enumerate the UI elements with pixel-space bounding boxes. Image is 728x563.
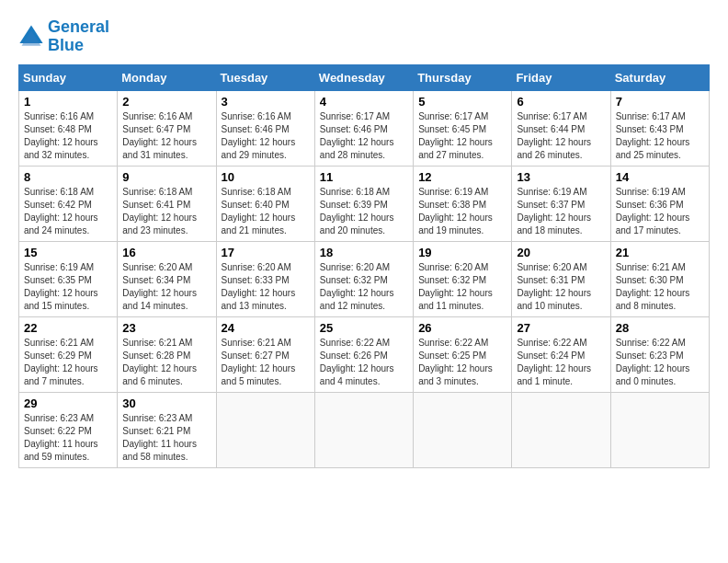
calendar-header-friday: Friday <box>512 64 610 90</box>
day-detail: Sunrise: 6:22 AMSunset: 6:26 PMDaylight:… <box>320 337 408 388</box>
day-number: 21 <box>616 246 704 259</box>
calendar-header-saturday: Saturday <box>610 64 709 90</box>
calendar-cell: 24 Sunrise: 6:21 AMSunset: 6:27 PMDaylig… <box>216 316 314 392</box>
calendar-header-monday: Monday <box>118 64 216 90</box>
day-number: 6 <box>517 95 605 109</box>
calendar-cell: 14 Sunrise: 6:19 AMSunset: 6:36 PMDaylig… <box>610 166 709 241</box>
calendar-cell: 3 Sunrise: 6:16 AMSunset: 6:46 PMDayligh… <box>216 90 314 166</box>
calendar-week-1: 1 Sunrise: 6:16 AMSunset: 6:48 PMDayligh… <box>19 90 710 166</box>
calendar-cell <box>414 392 512 467</box>
calendar-table: SundayMondayTuesdayWednesdayThursdayFrid… <box>18 64 710 468</box>
day-number: 17 <box>222 246 310 259</box>
day-number: 3 <box>222 95 310 109</box>
day-number: 18 <box>320 246 408 259</box>
day-number: 15 <box>24 246 112 259</box>
calendar-cell: 7 Sunrise: 6:17 AMSunset: 6:43 PMDayligh… <box>610 90 709 166</box>
calendar-week-3: 15 Sunrise: 6:19 AMSunset: 6:35 PMDaylig… <box>19 241 710 316</box>
calendar-cell: 15 Sunrise: 6:19 AMSunset: 6:35 PMDaylig… <box>19 241 118 316</box>
day-number: 10 <box>222 170 310 184</box>
calendar-cell: 18 Sunrise: 6:20 AMSunset: 6:32 PMDaylig… <box>314 241 413 316</box>
calendar-cell: 23 Sunrise: 6:21 AMSunset: 6:28 PMDaylig… <box>118 316 216 392</box>
day-number: 8 <box>24 170 112 184</box>
calendar-cell: 26 Sunrise: 6:22 AMSunset: 6:25 PMDaylig… <box>414 316 512 392</box>
calendar-cell: 11 Sunrise: 6:18 AMSunset: 6:39 PMDaylig… <box>314 166 413 241</box>
day-detail: Sunrise: 6:19 AMSunset: 6:37 PMDaylight:… <box>517 186 605 237</box>
day-number: 28 <box>616 321 704 335</box>
calendar-cell: 13 Sunrise: 6:19 AMSunset: 6:37 PMDaylig… <box>512 166 610 241</box>
day-number: 2 <box>122 95 210 109</box>
logo: General Blue <box>18 18 109 55</box>
day-detail: Sunrise: 6:19 AMSunset: 6:35 PMDaylight:… <box>24 261 112 313</box>
day-detail: Sunrise: 6:21 AMSunset: 6:28 PMDaylight:… <box>122 337 210 388</box>
day-number: 1 <box>24 95 112 109</box>
calendar-cell: 20 Sunrise: 6:20 AMSunset: 6:31 PMDaylig… <box>512 241 610 316</box>
day-number: 14 <box>616 170 704 184</box>
day-detail: Sunrise: 6:17 AMSunset: 6:45 PMDaylight:… <box>418 110 506 162</box>
calendar-header-sunday: Sunday <box>19 64 118 90</box>
calendar-cell: 25 Sunrise: 6:22 AMSunset: 6:26 PMDaylig… <box>314 316 413 392</box>
calendar-cell: 12 Sunrise: 6:19 AMSunset: 6:38 PMDaylig… <box>414 166 512 241</box>
day-detail: Sunrise: 6:18 AMSunset: 6:41 PMDaylight:… <box>122 186 210 237</box>
calendar-cell: 8 Sunrise: 6:18 AMSunset: 6:42 PMDayligh… <box>19 166 118 241</box>
day-detail: Sunrise: 6:19 AMSunset: 6:38 PMDaylight:… <box>418 186 506 237</box>
calendar-cell: 10 Sunrise: 6:18 AMSunset: 6:40 PMDaylig… <box>216 166 314 241</box>
day-number: 12 <box>418 170 506 184</box>
logo-icon <box>18 24 44 50</box>
calendar-cell: 17 Sunrise: 6:20 AMSunset: 6:33 PMDaylig… <box>216 241 314 316</box>
day-detail: Sunrise: 6:20 AMSunset: 6:32 PMDaylight:… <box>418 261 506 313</box>
day-detail: Sunrise: 6:17 AMSunset: 6:44 PMDaylight:… <box>517 110 605 162</box>
day-detail: Sunrise: 6:17 AMSunset: 6:43 PMDaylight:… <box>616 110 704 162</box>
calendar-cell: 16 Sunrise: 6:20 AMSunset: 6:34 PMDaylig… <box>118 241 216 316</box>
day-detail: Sunrise: 6:21 AMSunset: 6:30 PMDaylight:… <box>616 261 704 313</box>
day-detail: Sunrise: 6:22 AMSunset: 6:25 PMDaylight:… <box>418 337 506 388</box>
calendar-cell <box>216 392 314 467</box>
day-number: 5 <box>418 95 506 109</box>
day-number: 29 <box>24 396 112 410</box>
calendar-cell: 5 Sunrise: 6:17 AMSunset: 6:45 PMDayligh… <box>414 90 512 166</box>
day-number: 20 <box>517 246 605 259</box>
day-detail: Sunrise: 6:18 AMSunset: 6:40 PMDaylight:… <box>222 186 310 237</box>
day-detail: Sunrise: 6:17 AMSunset: 6:46 PMDaylight:… <box>320 110 408 162</box>
day-detail: Sunrise: 6:20 AMSunset: 6:31 PMDaylight:… <box>517 261 605 313</box>
day-number: 22 <box>24 321 112 335</box>
day-detail: Sunrise: 6:22 AMSunset: 6:24 PMDaylight:… <box>517 337 605 388</box>
day-detail: Sunrise: 6:16 AMSunset: 6:46 PMDaylight:… <box>222 110 310 162</box>
day-detail: Sunrise: 6:21 AMSunset: 6:29 PMDaylight:… <box>24 337 112 388</box>
day-number: 26 <box>418 321 506 335</box>
calendar-header-tuesday: Tuesday <box>216 64 314 90</box>
day-number: 9 <box>122 170 210 184</box>
day-number: 24 <box>222 321 310 335</box>
day-detail: Sunrise: 6:21 AMSunset: 6:27 PMDaylight:… <box>222 337 310 388</box>
page-header: General Blue <box>18 18 710 55</box>
calendar-cell: 4 Sunrise: 6:17 AMSunset: 6:46 PMDayligh… <box>314 90 413 166</box>
day-number: 16 <box>122 246 210 259</box>
calendar-cell <box>512 392 610 467</box>
calendar-header-thursday: Thursday <box>414 64 512 90</box>
calendar-cell: 19 Sunrise: 6:20 AMSunset: 6:32 PMDaylig… <box>414 241 512 316</box>
day-detail: Sunrise: 6:23 AMSunset: 6:21 PMDaylight:… <box>122 412 210 464</box>
day-number: 27 <box>517 321 605 335</box>
calendar-cell <box>610 392 709 467</box>
calendar-week-5: 29 Sunrise: 6:23 AMSunset: 6:22 PMDaylig… <box>19 392 710 467</box>
calendar-header-wednesday: Wednesday <box>314 64 413 90</box>
day-detail: Sunrise: 6:19 AMSunset: 6:36 PMDaylight:… <box>616 186 704 237</box>
day-detail: Sunrise: 6:18 AMSunset: 6:39 PMDaylight:… <box>320 186 408 237</box>
calendar-cell: 21 Sunrise: 6:21 AMSunset: 6:30 PMDaylig… <box>610 241 709 316</box>
day-detail: Sunrise: 6:20 AMSunset: 6:34 PMDaylight:… <box>122 261 210 313</box>
day-detail: Sunrise: 6:23 AMSunset: 6:22 PMDaylight:… <box>24 412 112 464</box>
day-detail: Sunrise: 6:16 AMSunset: 6:47 PMDaylight:… <box>122 110 210 162</box>
calendar-cell: 2 Sunrise: 6:16 AMSunset: 6:47 PMDayligh… <box>118 90 216 166</box>
logo-text: General Blue <box>48 18 109 55</box>
calendar-cell: 30 Sunrise: 6:23 AMSunset: 6:21 PMDaylig… <box>118 392 216 467</box>
calendar-cell: 28 Sunrise: 6:22 AMSunset: 6:23 PMDaylig… <box>610 316 709 392</box>
day-detail: Sunrise: 6:16 AMSunset: 6:48 PMDaylight:… <box>24 110 112 162</box>
calendar-cell: 9 Sunrise: 6:18 AMSunset: 6:41 PMDayligh… <box>118 166 216 241</box>
calendar-week-4: 22 Sunrise: 6:21 AMSunset: 6:29 PMDaylig… <box>19 316 710 392</box>
day-detail: Sunrise: 6:20 AMSunset: 6:32 PMDaylight:… <box>320 261 408 313</box>
day-number: 30 <box>122 396 210 410</box>
day-number: 11 <box>320 170 408 184</box>
day-number: 25 <box>320 321 408 335</box>
day-number: 13 <box>517 170 605 184</box>
day-number: 4 <box>320 95 408 109</box>
day-detail: Sunrise: 6:18 AMSunset: 6:42 PMDaylight:… <box>24 186 112 237</box>
